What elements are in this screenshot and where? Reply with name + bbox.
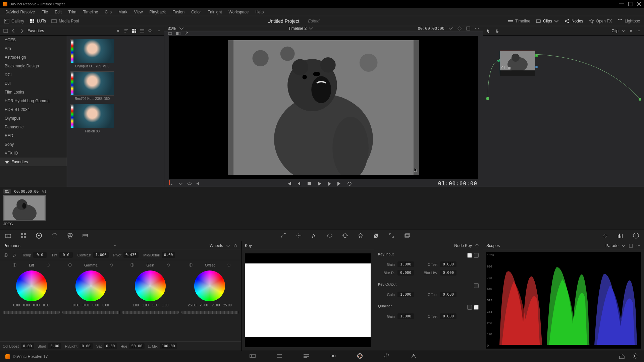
page-media[interactable] (249, 353, 256, 360)
magic-icon[interactable] (184, 31, 189, 36)
hand-icon[interactable] (495, 28, 500, 33)
bypass-icon[interactable] (457, 26, 462, 31)
luts-category[interactable]: Panasonic (0, 123, 67, 131)
maximize-icon[interactable] (628, 2, 633, 6)
wheel-picker-icon[interactable] (130, 263, 135, 267)
luts-menu-icon[interactable] (156, 28, 161, 33)
pivot-value[interactable]: 0.435 (123, 252, 139, 258)
play-icon[interactable] (317, 181, 322, 186)
key-in-gain[interactable]: 1.000 (397, 261, 414, 267)
prev-frame-icon[interactable] (297, 181, 302, 186)
luts-favorites[interactable]: Favorites (0, 158, 67, 166)
pointer-icon[interactable] (486, 28, 491, 33)
minimize-icon[interactable] (619, 2, 624, 6)
lmix-value[interactable]: 100.00 (160, 343, 177, 349)
curves-icon[interactable] (280, 232, 287, 239)
loop-icon[interactable] (347, 181, 352, 186)
corrector-node[interactable]: 01 (500, 51, 535, 76)
qualifier-gain[interactable]: 1.000 (397, 313, 414, 319)
viewer-scrubber[interactable] (169, 179, 478, 180)
key-out-gain[interactable]: 1.000 (397, 292, 414, 297)
qualifier-icon[interactable] (311, 232, 318, 239)
scopes-menu-icon[interactable] (636, 243, 641, 248)
chevron-down-icon[interactable] (178, 181, 183, 186)
qualifier-invert-toggle[interactable] (474, 305, 479, 310)
temp-value[interactable]: 0.0 (33, 252, 47, 258)
reset-icon[interactable] (475, 243, 479, 248)
tracker-icon[interactable] (342, 232, 348, 239)
key-out-invert-toggle[interactable] (474, 283, 479, 288)
grid-view-icon[interactable] (132, 28, 137, 33)
qualifier-picker-icon[interactable] (170, 181, 174, 186)
timeline-name[interactable]: Timeline 2 (288, 26, 307, 31)
offset-values[interactable]: 25.00 25.00 25.00 25.00 (188, 303, 231, 307)
hilight-value[interactable]: 0.00 (79, 343, 93, 349)
node-key-label[interactable]: Node Key (454, 243, 472, 248)
reset-icon[interactable] (233, 243, 238, 248)
page-cut[interactable] (276, 353, 283, 360)
node-graph[interactable]: 01 (483, 36, 644, 187)
hdr-palette-icon[interactable] (51, 232, 58, 239)
camera-raw-icon[interactable] (5, 232, 11, 239)
pick-white-icon[interactable] (13, 253, 17, 257)
motion-effects-icon[interactable] (82, 232, 89, 239)
wheel-picker-icon[interactable] (12, 263, 17, 267)
sizing-icon[interactable] (388, 232, 395, 239)
menu-edit[interactable]: Edit (52, 9, 64, 15)
chevron-down-icon[interactable] (179, 26, 184, 31)
wheel-reset-icon[interactable] (109, 263, 114, 267)
key-in-offset[interactable]: 0.000 (440, 261, 457, 267)
menu-color[interactable]: Color (189, 9, 204, 15)
viewer-menu-icon[interactable] (475, 26, 479, 31)
menu-fairlight[interactable]: Fairlight (205, 9, 225, 15)
lut-item[interactable]: Fusion 88 (70, 104, 114, 133)
chevron-down-icon[interactable] (621, 243, 626, 248)
qualifier-offset[interactable]: 0.000 (440, 313, 457, 319)
offset-wheel[interactable] (194, 270, 225, 301)
clip-thumbnail[interactable] (3, 195, 46, 221)
list-view-icon[interactable] (140, 28, 145, 33)
viewer-zoom[interactable]: 31% (168, 26, 176, 31)
colboost-value[interactable]: 0.00 (21, 343, 34, 349)
keyframe-icon[interactable] (602, 232, 608, 239)
rgb-mixer-icon[interactable] (66, 232, 73, 239)
lightbox-button[interactable]: Lightbox (618, 18, 640, 24)
nodes-mode[interactable]: Clip (611, 28, 619, 33)
gallery-button[interactable]: Gallery (4, 18, 24, 24)
node-slider-icon[interactable] (629, 28, 633, 33)
color-match-icon[interactable] (20, 232, 27, 239)
luts-category[interactable]: Film Looks (0, 88, 67, 97)
sat-value[interactable]: 0.00 (104, 343, 117, 349)
luts-category[interactable]: HDR Hybrid Log-Gamma (0, 97, 67, 105)
scopes-icon[interactable] (617, 232, 624, 239)
luts-category[interactable]: ACES (0, 36, 67, 44)
qualifier-matte-toggle[interactable] (467, 305, 472, 310)
menu-view[interactable]: View (131, 9, 146, 15)
luts-category[interactable]: Olympus (0, 114, 67, 123)
gamma-ywheel[interactable] (62, 311, 119, 314)
close-icon[interactable] (637, 2, 641, 6)
primaries-mode[interactable]: Wheels (210, 243, 223, 248)
menu-playback[interactable]: Playback (147, 9, 168, 15)
3d-icon[interactable] (404, 232, 410, 239)
menu-workspace[interactable]: Workspace (226, 9, 252, 15)
lift-values[interactable]: 0.00 0.00 0.00 0.00 (13, 303, 50, 307)
first-frame-icon[interactable] (286, 181, 292, 186)
scopes-expand-icon[interactable] (629, 243, 633, 248)
node-input-dot[interactable] (497, 60, 500, 62)
lift-ywheel[interactable] (3, 311, 60, 314)
record-timecode[interactable]: 00:00:00:00 (418, 26, 444, 31)
gain-ywheel[interactable] (122, 311, 179, 314)
primaries-palette-icon[interactable] (36, 232, 42, 239)
key-out-offset[interactable]: 0.000 (440, 292, 457, 297)
offset-ywheel[interactable] (181, 311, 238, 314)
menu-mark[interactable]: Mark (116, 9, 130, 15)
wheel-picker-icon[interactable] (68, 263, 72, 267)
wheel-reset-icon[interactable] (227, 263, 231, 267)
node-output[interactable] (639, 98, 641, 101)
window-icon[interactable] (326, 232, 333, 239)
shad-value[interactable]: 0.00 (48, 343, 61, 349)
lut-item[interactable]: Olympus O....709_v1.0 (70, 39, 114, 68)
page-fusion[interactable] (330, 353, 336, 360)
slider-icon[interactable] (116, 28, 120, 33)
